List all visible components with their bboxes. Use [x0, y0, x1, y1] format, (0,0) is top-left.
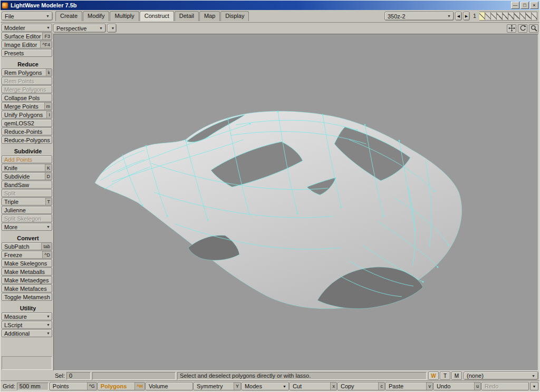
menu-tab-label: Map — [204, 13, 215, 19]
mode-button[interactable]: Copy ▼ c — [338, 382, 385, 390]
shortcut-key: ^H — [134, 383, 144, 390]
sidebar-item[interactable]: Make Metafaces ▼ — [2, 285, 52, 292]
mode-button[interactable]: Polygons ▼ ^H — [98, 382, 145, 390]
sidebar-item[interactable]: Make Metaballs ▼ — [2, 268, 52, 276]
wtm-button[interactable]: W — [428, 371, 439, 380]
menu-tab[interactable]: Construct — [140, 11, 174, 21]
mode-button-label: Redo — [485, 383, 528, 389]
layer-button[interactable] — [479, 12, 485, 21]
maximize-button[interactable]: □ — [520, 2, 529, 9]
sidebar-item[interactable]: Rem Points ▼ — [2, 77, 52, 85]
sidebar-item[interactable]: Rem Polygons ▼ k — [2, 68, 52, 76]
wtm-button-label: W — [431, 373, 436, 379]
sidebar-item-label: Knife — [4, 165, 45, 171]
sidebar-item[interactable]: Subdivide ▼ D — [2, 172, 52, 180]
modeler-menu-button[interactable]: Modeler ▼ — [2, 24, 52, 32]
layer-button[interactable] — [532, 12, 537, 21]
shortcut-key: u — [474, 383, 480, 390]
layer-button[interactable] — [514, 12, 520, 21]
sidebar-item[interactable]: Split ▼ — [2, 189, 52, 197]
mode-button[interactable]: Cut ▼ x — [290, 382, 337, 390]
sidebar-item[interactable]: qemLOSS2 ▼ — [2, 119, 52, 127]
sidebar-item[interactable]: Reduce-Points ▼ — [2, 128, 52, 135]
mode-button-label: Undo — [437, 383, 474, 389]
mode-button-label: Symmetry — [197, 383, 234, 389]
vertex-map-selector[interactable]: (none) ▼ — [464, 371, 538, 380]
sidebar-item[interactable]: Presets ▼ — [2, 49, 52, 57]
zoom-icon[interactable] — [529, 24, 538, 33]
sidebar-item[interactable]: Image Editor ▼ ^F4 — [2, 41, 52, 48]
shortcut-key: ^D — [42, 251, 52, 258]
view-mode-label: Perspective — [56, 25, 86, 32]
layer-button[interactable] — [508, 12, 514, 21]
file-menu-button[interactable]: File ▼ — [2, 12, 53, 21]
menu-tab[interactable]: Display — [220, 11, 249, 21]
sidebar-item[interactable]: Make Metaedges ▼ — [2, 276, 52, 284]
layer-button[interactable] — [520, 12, 526, 21]
next-layer-button[interactable]: ▶ — [463, 12, 470, 21]
mode-button[interactable]: Symmetry ▼ Y — [194, 382, 241, 390]
car-model[interactable] — [54, 34, 538, 371]
shortcut-key: c — [378, 383, 384, 390]
wtm-button[interactable]: M — [451, 371, 462, 380]
sidebar-item[interactable]: Toggle Metamesh ▼ — [2, 293, 52, 301]
sidebar-item[interactable]: Collapse Pols ▼ — [2, 94, 52, 102]
sidebar-item[interactable]: BandSaw ▼ — [2, 181, 52, 189]
mode-button-label: Modes — [245, 383, 283, 389]
sidebar-item[interactable]: Add Points ▼ — [2, 155, 52, 163]
mode-button[interactable]: Paste ▼ v — [385, 382, 433, 390]
sidebar-item[interactable]: Unify Polygons ▼ I — [2, 111, 52, 119]
sidebar-item[interactable]: Surface Editor ▼ F3 — [2, 32, 52, 40]
wtm-button[interactable]: T — [440, 371, 450, 380]
mode-button[interactable]: Points ▼ ^G — [50, 382, 97, 390]
minimize-button[interactable]: — — [511, 2, 519, 9]
menu-tab[interactable]: Map — [199, 11, 220, 21]
sidebar-item[interactable]: Triple ▼ T — [2, 198, 52, 205]
sidebar-item[interactable]: Additional ▼ — [2, 329, 52, 337]
menu-tab[interactable]: Detail — [175, 11, 199, 21]
prev-layer-button[interactable]: ◀ — [455, 12, 462, 21]
mode-button[interactable]: Volume ▼ — [146, 382, 193, 390]
close-button[interactable]: × — [530, 2, 538, 9]
layer-button[interactable] — [485, 12, 491, 21]
layer-button[interactable] — [497, 12, 503, 21]
mode-button[interactable]: Redo ▼ — [481, 382, 529, 390]
object-selector[interactable]: 350z-2 ▼ — [384, 12, 454, 21]
rotate-icon[interactable] — [518, 24, 527, 33]
menu-tab[interactable]: Multiply — [110, 11, 139, 21]
sidebar-item[interactable]: Measure ▼ — [2, 312, 52, 320]
menu-tab[interactable]: Create — [55, 11, 82, 21]
menu-tab[interactable]: Modify — [83, 11, 109, 21]
layer-button[interactable] — [526, 12, 532, 21]
mode-button[interactable]: Undo ▼ u — [433, 382, 481, 390]
chevron-down-icon: ▼ — [46, 331, 50, 335]
menu-tab-label: Detail — [179, 13, 194, 19]
sidebar-item[interactable]: Reduce-Polygons ▼ — [2, 136, 52, 144]
sidebar-item-label: Unify Polygons — [4, 112, 46, 118]
viewport-header: Perspective ▼ ▼ — [53, 24, 538, 34]
bottom-more-dropdown[interactable]: ▼ — [530, 382, 538, 390]
sidebar-item[interactable]: SubPatch ▼ tab — [2, 242, 52, 250]
sidebar-item[interactable]: LScript ▼ — [2, 321, 52, 329]
3d-viewport[interactable] — [53, 34, 538, 371]
sidebar-item[interactable]: More ▼ — [2, 223, 52, 231]
sidebar-item[interactable]: Merge Polygons ▼ — [2, 85, 52, 93]
sidebar-item-label: SubPatch — [4, 243, 41, 250]
sidebar-item[interactable]: Knife ▼ K — [2, 164, 52, 172]
sidebar-item[interactable]: Split Skelegon ▼ — [2, 214, 52, 222]
pan-icon[interactable] — [507, 24, 516, 33]
sidebar-item[interactable]: Merge Points ▼ m — [2, 102, 52, 110]
render-style-dropdown[interactable]: ▼ — [107, 24, 117, 33]
sidebar-item[interactable]: Make Skelegons ▼ — [2, 259, 52, 267]
numeric-entry-field[interactable] — [92, 372, 176, 380]
view-mode-selector[interactable]: Perspective ▼ — [53, 24, 106, 33]
sidebar-item[interactable]: Freeze ▼ ^D — [2, 251, 52, 259]
sidebar-item[interactable]: Julienne ▼ — [2, 206, 52, 214]
mode-button[interactable]: Modes ▼ — [242, 382, 289, 390]
chevron-down-icon: ▼ — [109, 26, 115, 30]
layer-button[interactable] — [491, 12, 497, 21]
layer-button[interactable] — [503, 12, 508, 21]
hint-text: Select and deselect polygons directly or… — [177, 372, 427, 380]
grid-size-value: 500 mm — [17, 383, 49, 390]
sidebar-item-label: Surface Editor — [4, 33, 42, 40]
